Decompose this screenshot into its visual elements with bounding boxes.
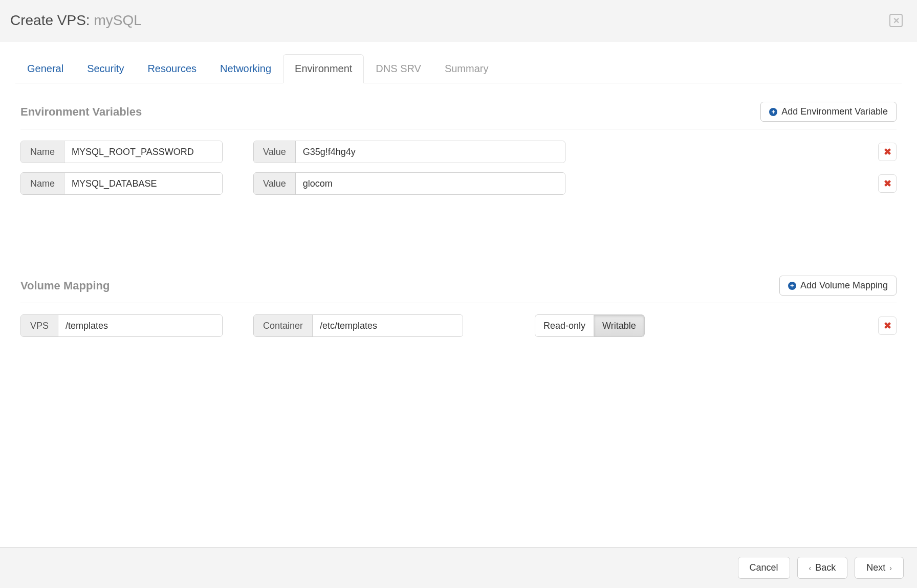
env-value-input[interactable] [296,141,565,163]
vol-mode-toggle: Read-only Writable [535,314,645,337]
env-name-group: Name [20,141,223,163]
add-volume-mapping-button[interactable]: + Add Volume Mapping [779,276,897,296]
env-value-addon: Value [254,173,296,194]
tab-resources[interactable]: Resources [136,54,208,83]
env-value-group: Value [253,141,565,163]
plus-icon: + [788,282,796,290]
env-name-input[interactable] [64,173,222,194]
vol-section-title: Volume Mapping [20,279,110,292]
vol-vps-addon: VPS [21,315,58,336]
modal-title-name: mySQL [94,12,141,28]
tab-summary: Summary [433,54,500,83]
tab-general[interactable]: General [15,54,75,83]
plus-icon: + [769,108,777,116]
modal-title: Create VPS: mySQL [10,12,142,29]
vol-mode-readonly[interactable]: Read-only [535,314,594,337]
env-name-addon: Name [21,141,64,163]
delete-vol-row-button[interactable]: ✖ [878,316,897,335]
close-button[interactable]: ✕ [889,14,903,27]
env-name-group: Name [20,172,223,195]
close-icon: ✕ [893,16,900,26]
add-volume-mapping-label: Add Volume Mapping [800,280,888,291]
env-name-input[interactable] [64,141,222,163]
env-row: Name Value ✖ [20,141,897,163]
env-value-addon: Value [254,141,296,163]
vol-container-group: Container [253,314,463,337]
env-section-header: Environment Variables + Add Environment … [20,102,897,129]
delete-icon: ✖ [884,178,891,189]
delete-icon: ✖ [884,146,891,157]
env-name-addon: Name [21,173,64,194]
delete-icon: ✖ [884,320,891,331]
delete-env-row-button[interactable]: ✖ [878,174,897,193]
env-row: Name Value ✖ [20,172,897,195]
vol-section-header: Volume Mapping + Add Volume Mapping [20,276,897,303]
vol-vps-input[interactable] [58,315,222,336]
env-section: Environment Variables + Add Environment … [15,83,902,195]
env-value-group: Value [253,172,565,195]
vol-container-addon: Container [254,315,313,336]
tab-dns-srv: DNS SRV [364,54,433,83]
vol-vps-group: VPS [20,314,223,337]
tab-security[interactable]: Security [75,54,136,83]
modal-body: General Security Resources Networking En… [0,54,917,337]
tab-networking[interactable]: Networking [208,54,283,83]
tab-row: General Security Resources Networking En… [15,54,902,83]
modal-title-prefix: Create VPS: [10,12,94,28]
env-value-input[interactable] [296,173,565,194]
vol-row: VPS Container Read-only Writable ✖ [20,314,897,337]
env-section-title: Environment Variables [20,105,142,119]
vol-container-input[interactable] [313,315,463,336]
modal-header: Create VPS: mySQL ✕ [0,0,917,41]
tab-environment[interactable]: Environment [283,54,364,83]
delete-env-row-button[interactable]: ✖ [878,143,897,161]
add-env-var-label: Add Environment Variable [781,106,888,117]
vol-section: Volume Mapping + Add Volume Mapping VPS … [15,204,902,337]
add-env-var-button[interactable]: + Add Environment Variable [760,102,897,122]
vol-mode-writable[interactable]: Writable [594,314,645,337]
